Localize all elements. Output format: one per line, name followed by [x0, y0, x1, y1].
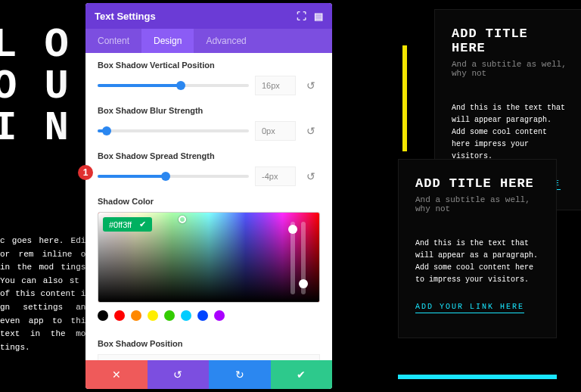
setting-label: Box Shadow Blur Strength	[98, 106, 320, 115]
promo-card-mid: ADD TITLE HERE And a subtitle as well, w…	[398, 159, 557, 338]
card-subtitle: And a subtitle as well, why not	[452, 60, 568, 78]
accent-line-yellow	[402, 45, 407, 151]
card-paragraph: And this is the text that will appear as…	[415, 238, 539, 286]
setting-label: Shadow Color	[98, 197, 320, 206]
expand-icon[interactable]: ⛶	[297, 11, 306, 22]
save-button[interactable]: ✔	[271, 360, 333, 389]
panel-tabs: Content Design Advanced	[85, 29, 332, 53]
hue-slider[interactable]	[290, 222, 295, 294]
setting-shadow-color: Shadow Color #0ff3ff ✔	[98, 197, 320, 328]
color-swatch[interactable]	[148, 310, 158, 321]
color-picker[interactable]: #0ff3ff ✔	[98, 212, 320, 303]
value-blur-strength[interactable]: 0px	[255, 121, 296, 141]
color-swatch[interactable]	[114, 310, 125, 321]
undo-button[interactable]: ↺	[148, 360, 210, 389]
shadow-position-select[interactable]: Outer Shadow ⇅	[98, 354, 320, 360]
alpha-slider[interactable]	[301, 222, 306, 294]
panel-title: Text Settings	[95, 11, 156, 22]
hex-chip[interactable]: #0ff3ff ✔	[103, 217, 152, 232]
tab-advanced[interactable]: Advanced	[194, 29, 258, 53]
value-spread-strength[interactable]: -4px	[255, 166, 296, 186]
setting-vertical-position: Box Shadow Vertical Position 16px ↺	[98, 61, 320, 95]
card-link[interactable]: ADD YOUR LINK HERE	[415, 303, 524, 313]
reset-icon[interactable]: ↺	[302, 125, 320, 137]
setting-label: Box Shadow Vertical Position	[98, 61, 320, 70]
setting-label: Box Shadow Position	[98, 339, 320, 348]
cancel-button[interactable]: ✕	[85, 360, 148, 389]
reset-icon[interactable]: ↺	[302, 79, 320, 92]
slider-vertical-position[interactable]	[98, 80, 249, 91]
step-badge: 1	[78, 165, 93, 180]
card-subtitle: And a subtitle as well, why not	[415, 195, 539, 213]
value-vertical-position[interactable]: 16px	[255, 76, 296, 95]
panel-header: Text Settings ⛶ ▤	[85, 3, 332, 29]
picker-cursor-icon[interactable]	[179, 216, 186, 223]
setting-label: Box Shadow Spread Strength	[98, 151, 320, 160]
redo-button[interactable]: ↻	[209, 360, 271, 389]
color-swatch[interactable]	[131, 310, 141, 321]
hex-value: #0ff3ff	[109, 220, 132, 229]
slider-blur-strength[interactable]	[98, 126, 249, 136]
color-swatches	[98, 309, 320, 328]
color-swatch[interactable]	[214, 310, 225, 321]
setting-blur-strength: Box Shadow Blur Strength 0px ↺	[98, 106, 320, 141]
setting-shadow-position: Box Shadow Position Outer Shadow ⇅	[98, 339, 320, 360]
card-paragraph: And this is the text that will appear pa…	[452, 102, 568, 163]
card-title: ADD TITLE HERE	[415, 176, 539, 191]
slider-spread-strength[interactable]	[98, 171, 249, 182]
accent-line-cyan	[398, 375, 557, 379]
text-settings-panel: Text Settings ⛶ ▤ Content Design Advance…	[85, 3, 332, 389]
tab-design[interactable]: Design	[141, 29, 194, 53]
setting-spread-strength: Box Shadow Spread Strength -4px ↺	[98, 151, 320, 186]
menu-icon[interactable]: ▤	[314, 11, 323, 22]
panel-footer: ✕ ↺ ↻ ✔	[85, 360, 332, 389]
color-swatch[interactable]	[197, 310, 208, 321]
background-paragraph: c goes here. Edit or rem inline or in th…	[0, 235, 91, 354]
color-swatch[interactable]	[164, 310, 175, 321]
tab-content[interactable]: Content	[85, 29, 141, 53]
check-icon[interactable]: ✔	[139, 219, 146, 229]
reset-icon[interactable]: ↺	[302, 170, 320, 182]
card-title: ADD TITLE HERE	[452, 26, 568, 55]
panel-body: Box Shadow Vertical Position 16px ↺ Box …	[85, 53, 332, 360]
color-swatch[interactable]	[98, 310, 108, 321]
color-swatch[interactable]	[181, 310, 191, 321]
